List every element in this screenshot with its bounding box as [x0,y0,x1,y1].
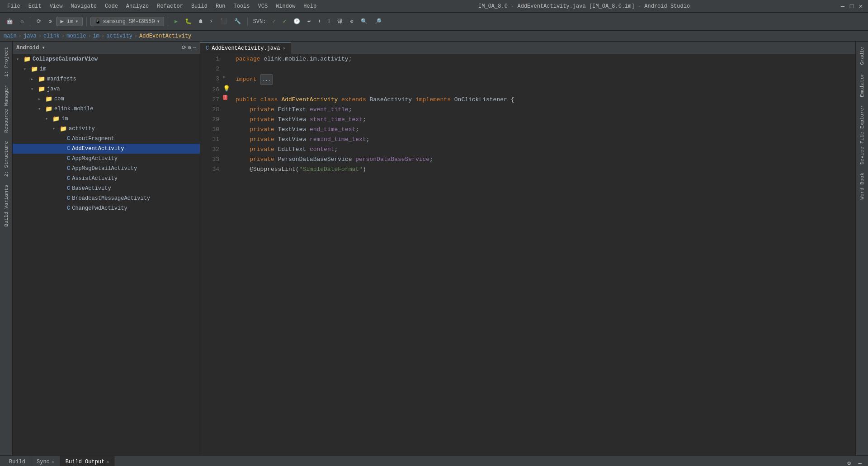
svn-commit-button[interactable]: Ⅰ [326,17,333,26]
code-text-1[interactable]: package elink.mobile.im.activity; [232,54,352,64]
run-button[interactable]: ▶ [172,17,180,26]
module-selector[interactable]: ▶ im ▾ [56,17,82,26]
menu-window[interactable]: Window [272,2,299,10]
tab-label: AddEventActivity.java [212,45,280,52]
tree-item-java[interactable]: ▾ 📁 java [13,84,200,94]
tree-item-broadcast[interactable]: C BroadcastMessageActivity [13,193,200,203]
bottom-settings-icon[interactable]: ⚙ [844,459,854,466]
menu-help[interactable]: Help [300,2,320,10]
breadcrumb-mobile[interactable]: mobile [66,33,86,39]
tree-item-im[interactable]: ▾ 📁 im [13,64,200,74]
toolbar-sync-icon[interactable]: ⟳ [34,17,44,26]
tree-item-com[interactable]: ▸ 📁 com [13,94,200,104]
close-button[interactable]: ✕ [857,3,864,10]
word-book-tab[interactable]: Word Book [858,169,867,203]
svn-update-button[interactable]: ⬇ [315,17,324,26]
tree-item-appmsgdetail[interactable]: C AppMsgDetailActivity [13,164,200,174]
code-editor[interactable]: 1 package elink.mobile.im.activity; 2 3 … [200,54,855,455]
menu-edit[interactable]: Edit [25,2,45,10]
stop-button[interactable]: ⬛ [217,17,230,26]
tree-item-appmsg[interactable]: C AppMsgActivity [13,154,200,164]
code-text-3[interactable]: import ... [232,74,273,85]
breadcrumb-class[interactable]: AddEventActivity [139,33,191,39]
menu-build[interactable]: Build [188,2,211,10]
code-text-31[interactable]: private TextView remind_time_text; [232,135,370,145]
profile-button[interactable]: ⚡ [207,17,215,26]
svn-check2-button[interactable]: ✔ [280,17,289,26]
toolbar-extra-btn2[interactable]: 🔍 [358,17,370,26]
svn-history-button[interactable]: 🕐 [291,17,303,26]
gear-icon[interactable]: ⚙ [188,44,191,51]
window-controls[interactable]: — □ ✕ [839,3,864,10]
tab-addevent[interactable]: C AddEventActivity.java ✕ [200,42,291,54]
project-tab[interactable]: 1: Project [2,43,11,80]
code-text-27[interactable]: public class AddEventActivity extends Ba… [232,95,514,105]
code-text-33[interactable]: private PersonDataBaseService personData… [232,155,433,165]
tree-item-addevent[interactable]: C AddEventActivity [13,144,200,154]
debug-button[interactable]: 🐛 [182,17,194,26]
tree-item-root[interactable]: ▾ 📁 CollapseCalendarView [13,54,200,64]
menu-navigate[interactable]: Navigate [67,2,100,10]
menu-file[interactable]: File [4,2,24,10]
menu-vcs[interactable]: VCS [255,2,272,10]
tree-item-assist[interactable]: C AssistActivity [13,174,200,184]
tree-item-about[interactable]: C AboutFragment [13,134,200,144]
menu-refactor[interactable]: Refactor [153,2,187,10]
android-dropdown-icon[interactable]: ▾ [42,44,45,51]
code-text-26[interactable] [232,85,239,95]
tree-item-manifests[interactable]: ▸ 📁 manifests [13,74,200,84]
menu-tools[interactable]: Tools [230,2,254,10]
code-text-2[interactable] [232,64,239,74]
svn-check-button[interactable]: ✓ [269,17,278,26]
sync-tab-close[interactable]: ✕ [52,459,54,465]
menu-view[interactable]: View [46,2,66,10]
svn-revert-button[interactable]: ↩ [305,17,313,26]
code-text-29[interactable]: private TextView start_time_text; [232,115,366,125]
menu-code[interactable]: Code [101,2,122,10]
maximize-button[interactable]: □ [848,3,855,10]
tab-build[interactable]: Build [4,456,31,466]
toolbar-extra-btn[interactable]: ⚙ [347,17,356,26]
minimize-button[interactable]: — [839,3,846,10]
build-variants-tab[interactable]: Build Variants [2,181,11,230]
tree-item-activity-folder[interactable]: ▾ 📁 activity [13,124,200,134]
folded-imports[interactable]: ... [260,74,273,85]
bottom-tabs-right: ⚙ — [844,459,864,466]
tree-item-im2[interactable]: ▾ 📁 im [13,114,200,124]
device-file-tab[interactable]: Device File Explorer [858,101,867,168]
search-button[interactable]: 🔎 [372,17,384,26]
tree-item-elink[interactable]: ▾ 📁 elink.mobile [13,104,200,114]
tree-item-changepwd[interactable]: C ChangePwdActivity [13,203,200,213]
device-selector[interactable]: 📱 samsung SM-G9550 ▾ [90,17,164,26]
tab-build-output[interactable]: Build Output ✕ [60,456,115,466]
tab-close-button[interactable]: ✕ [283,46,285,51]
breadcrumb-activity[interactable]: activity [106,33,132,39]
code-text-34[interactable]: @SuppressLint("SimpleDateFormat") [232,165,366,174]
menu-analyze[interactable]: Analyze [123,2,152,10]
code-text-30[interactable]: private TextView end_time_text; [232,125,359,135]
menu-run[interactable]: Run [212,2,229,10]
tree-item-base[interactable]: C BaseActivity [13,184,200,193]
breadcrumb-java[interactable]: java [24,33,37,39]
code-text-32[interactable]: private EditText content; [232,145,338,155]
gradle-tab[interactable]: Gradle [858,43,867,69]
toolbar-settings-icon[interactable]: ⚙ [46,17,54,26]
bottom-minimize-icon[interactable]: — [855,459,864,466]
minimize-panel-icon[interactable]: — [193,44,196,51]
toolbar-home-button[interactable]: ⌂ [18,17,26,26]
toolbar-btn-5[interactable]: 🔧 [231,17,244,26]
code-text-28[interactable]: private EditText event_title; [232,105,352,115]
resource-manager-tab[interactable]: Resource Manager [2,81,11,137]
structure-tab[interactable]: 2: Structure [2,137,11,180]
breadcrumb-im[interactable]: im [93,33,99,39]
translate-button[interactable]: 译 [335,16,345,27]
sync-icon[interactable]: ⟳ [182,44,186,51]
menu-bar[interactable]: File Edit View Navigate Code Analyze Ref… [4,2,320,10]
breadcrumb-elink[interactable]: elink [43,33,60,39]
build-output-tab-close[interactable]: ✕ [106,459,109,465]
tab-sync[interactable]: Sync ✕ [31,456,60,466]
coverage-button[interactable]: ☗ [196,17,205,26]
emulator-tab[interactable]: Emulator [858,70,867,101]
breadcrumb-main[interactable]: main [4,33,17,39]
fold-icon-3[interactable]: ▶ [223,74,226,80]
